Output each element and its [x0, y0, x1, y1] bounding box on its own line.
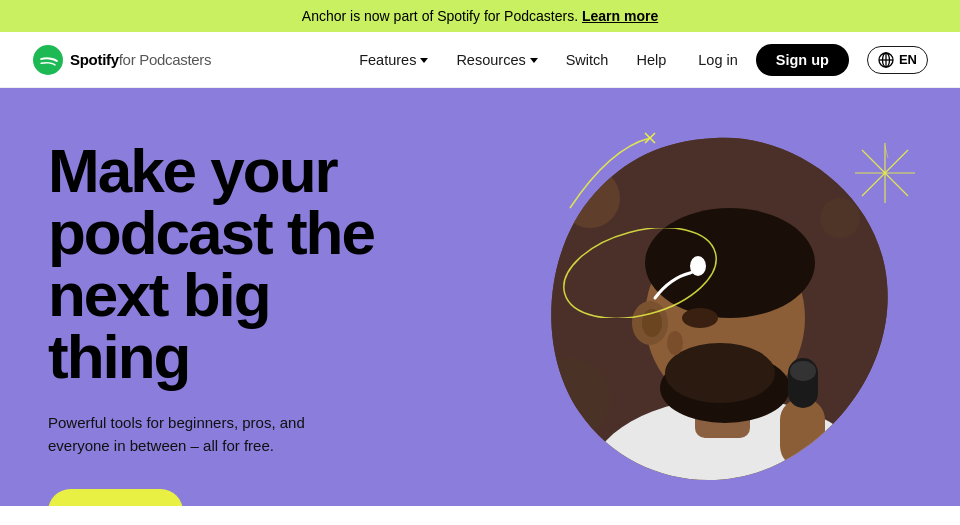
logo-area[interactable]: Spotifyfor Podcasters — [32, 44, 211, 76]
logo-text-area: Spotifyfor Podcasters — [70, 51, 211, 69]
svg-point-43 — [530, 358, 610, 438]
features-chevron-icon — [420, 58, 428, 63]
svg-rect-38 — [780, 398, 825, 468]
help-link[interactable]: Help — [636, 52, 666, 68]
learn-more-link[interactable]: Learn more — [582, 8, 658, 24]
nav-links: Features Resources Switch Help — [359, 52, 666, 68]
login-link[interactable]: Log in — [698, 52, 738, 68]
globe-icon — [878, 52, 894, 68]
signup-button[interactable]: Sign up — [756, 44, 849, 76]
hero-content: Make your podcast the next big thing Pow… — [0, 88, 440, 506]
features-link[interactable]: Features — [359, 52, 428, 68]
spotify-logo-icon — [32, 44, 64, 76]
hero-image-area — [460, 98, 960, 506]
svg-point-25 — [560, 228, 720, 318]
svg-point-34 — [665, 343, 775, 403]
resources-chevron-icon — [530, 58, 538, 63]
svg-rect-40 — [790, 361, 816, 381]
banner-text: Anchor is now part of Spotify for Podcas… — [302, 8, 578, 24]
resources-link[interactable]: Resources — [456, 52, 537, 68]
language-button[interactable]: EN — [867, 46, 928, 74]
navbar: Spotifyfor Podcasters Features Resources… — [0, 32, 960, 88]
switch-link[interactable]: Switch — [566, 52, 609, 68]
nav-item-help[interactable]: Help — [636, 52, 666, 68]
nav-item-resources[interactable]: Resources — [456, 52, 537, 68]
logo-sub: for Podcasters — [119, 51, 212, 68]
hero-subtitle: Powerful tools for beginners, pros, and … — [48, 412, 308, 457]
nav-item-switch[interactable]: Switch — [566, 52, 609, 68]
lang-label: EN — [899, 52, 917, 67]
logo-brand-name: Spotifyfor Podcasters — [70, 51, 211, 68]
svg-point-0 — [33, 45, 63, 75]
get-started-button[interactable]: Get started — [48, 489, 183, 506]
decorative-arrow-icon — [550, 128, 670, 228]
svg-point-36 — [667, 331, 683, 355]
nav-auth: Log in Sign up EN — [698, 44, 928, 76]
nav-item-features[interactable]: Features — [359, 52, 428, 68]
hero-section: Make your podcast the next big thing Pow… — [0, 88, 960, 506]
decorative-oval-icon — [560, 228, 720, 318]
hero-title: Make your podcast the next big thing — [48, 140, 392, 388]
announcement-banner: Anchor is now part of Spotify for Podcas… — [0, 0, 960, 32]
decorative-star-icon — [850, 138, 920, 208]
